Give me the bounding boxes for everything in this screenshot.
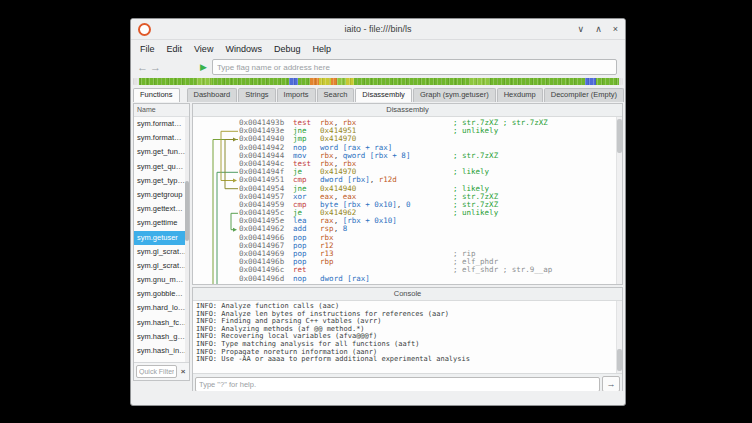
- function-item[interactable]: sym.format…: [134, 117, 189, 131]
- functions-items: sym.format…sym.format…sym.get_fun…sym.ge…: [134, 117, 189, 358]
- function-item[interactable]: sym.hash_in…: [134, 344, 189, 358]
- tab-decompiler-empty[interactable]: Decompiler (Empty): [544, 88, 624, 102]
- colorbar-segment: [337, 78, 347, 85]
- instruction-address: 0x0041496d: [239, 275, 289, 283]
- disassembly-code: 0x0041493btest rbx, rbx; str.7zXZ ; str.…: [193, 117, 622, 283]
- console-scrollbar-thumb[interactable]: [617, 349, 622, 371]
- disassembly-scrollbar-thumb[interactable]: [617, 119, 622, 153]
- menu-item-help[interactable]: Help: [306, 43, 337, 55]
- colorbar-segment: [346, 78, 354, 85]
- menu-item-view[interactable]: View: [188, 43, 219, 55]
- console-lines: INFO: Analyze function calls (aac)INFO: …: [193, 301, 622, 364]
- function-item[interactable]: sym.gl_scrat…: [134, 259, 189, 273]
- send-arrow-icon: →: [607, 379, 616, 389]
- functions-scrollbar[interactable]: [185, 117, 189, 362]
- colorbar-segment: [298, 78, 310, 85]
- instruction-comment: ; str.7zXZ: [453, 152, 622, 160]
- functions-scrollbar-thumb[interactable]: [185, 181, 189, 241]
- function-item[interactable]: sym.get_fun…: [134, 145, 189, 159]
- tab-hexdump[interactable]: Hexdump: [497, 88, 543, 102]
- tab-strings[interactable]: Strings: [238, 88, 275, 102]
- desktop-background: iaito - file:///bin/ls ∨ ∧ × FileEditVie…: [0, 0, 752, 423]
- minimize-icon[interactable]: ∨: [578, 19, 585, 39]
- disassembly-dock: Disassembly 0x0041493btest rbx: [192, 103, 623, 285]
- function-item[interactable]: sym.gettext…: [134, 202, 189, 216]
- console-input[interactable]: [195, 377, 600, 392]
- tab-dashboard[interactable]: Dashboard: [187, 88, 238, 102]
- instruction-comment: [453, 275, 622, 283]
- colorbar-segment: [469, 78, 488, 85]
- function-item[interactable]: sym.gettime: [134, 216, 189, 230]
- function-item[interactable]: sym.getuser: [134, 231, 189, 245]
- disassembly-dock-title[interactable]: Disassembly: [193, 104, 622, 117]
- functions-column-header[interactable]: Name: [134, 104, 189, 117]
- window-title: iaito - file:///bin/ls: [131, 24, 625, 34]
- instruction-comment: ; unlikely: [453, 127, 622, 135]
- console-dock-title[interactable]: Console: [193, 288, 622, 301]
- menu-item-windows[interactable]: Windows: [219, 43, 268, 55]
- instruction-comment: [453, 225, 622, 233]
- console-send-button[interactable]: →: [602, 376, 620, 391]
- tab-graph-sym-getuser[interactable]: Graph (sym.getuser): [413, 88, 496, 102]
- colorbar-segment: [310, 78, 320, 85]
- disassembly-line[interactable]: 0x0041496dnop dword [rax]: [193, 275, 622, 283]
- memory-colorbar[interactable]: [133, 78, 623, 85]
- function-item[interactable]: sym.hash_fc…: [134, 316, 189, 330]
- maximize-icon[interactable]: ∧: [595, 19, 602, 39]
- tab-search[interactable]: Search: [317, 88, 355, 102]
- instruction: nop dword [rax]: [293, 275, 453, 283]
- instruction-comment: ; elf_phdr: [453, 258, 622, 266]
- colorbar-segment: [196, 78, 211, 85]
- function-item[interactable]: sym.hard_lo…: [134, 301, 189, 315]
- quick-filter-row: ×: [134, 362, 189, 380]
- function-item[interactable]: sym.gobble…: [134, 287, 189, 301]
- colorbar-segment: [585, 78, 597, 85]
- instruction-comment: [453, 160, 622, 168]
- instruction-comment: ; str.7zXZ: [453, 201, 622, 209]
- tab-functions[interactable]: Functions: [133, 88, 180, 102]
- title-bar[interactable]: iaito - file:///bin/ls ∨ ∧ ×: [131, 19, 625, 40]
- menu-bar: FileEditViewWindowsDebugHelp: [131, 40, 625, 57]
- function-item[interactable]: sym.get_qu…: [134, 160, 189, 174]
- search-input[interactable]: [212, 59, 617, 75]
- main-tabs: DashboardStringsImportsSearchDisassembly…: [187, 88, 625, 102]
- function-item[interactable]: sym.format…: [134, 131, 189, 145]
- function-item[interactable]: sym.hash_g…: [134, 330, 189, 344]
- colorbar-segment: [212, 78, 289, 85]
- menu-item-edit[interactable]: Edit: [161, 43, 189, 55]
- console-output: INFO: Analyze function calls (aac)INFO: …: [193, 301, 622, 373]
- play-icon[interactable]: ▶: [200, 62, 207, 72]
- disassembly-view[interactable]: 0x0041493btest rbx, rbx; str.7zXZ ; str.…: [193, 117, 622, 284]
- iaito-window: iaito - file:///bin/ls ∨ ∧ × FileEditVie…: [130, 18, 626, 406]
- function-item[interactable]: sym.gnu_m…: [134, 273, 189, 287]
- instruction-comment: [453, 135, 622, 143]
- instruction-comment: [453, 144, 622, 152]
- clear-filter-icon[interactable]: ×: [179, 367, 187, 376]
- instruction-comment: ; elf_shdr ; str.9__ap: [453, 266, 622, 274]
- disassembly-scrollbar[interactable]: [616, 117, 622, 284]
- iaito-logo-icon: [138, 23, 151, 36]
- tab-disassembly[interactable]: Disassembly: [355, 88, 412, 102]
- instruction-comment: ; unlikely: [453, 209, 622, 217]
- quick-filter-input[interactable]: [136, 365, 177, 378]
- menu-item-debug[interactable]: Debug: [268, 43, 307, 55]
- menu-item-file[interactable]: File: [134, 43, 161, 55]
- close-icon[interactable]: ×: [613, 19, 618, 39]
- console-input-row: →: [193, 373, 622, 391]
- console-scrollbar[interactable]: [616, 301, 622, 373]
- toolbar: ← → ▶: [131, 57, 625, 77]
- tab-imports[interactable]: Imports: [277, 88, 316, 102]
- instruction-comment: [453, 176, 622, 184]
- tab-bar: Functions DashboardStringsImportsSearchD…: [131, 86, 625, 102]
- function-item[interactable]: sym.getgroup: [134, 188, 189, 202]
- instruction-comment: ; str.7zXZ ; str.7zXZ: [453, 119, 622, 127]
- instruction-comment: [453, 234, 622, 242]
- function-item[interactable]: sym.gl_scrat…: [134, 245, 189, 259]
- colorbar-segment: [354, 78, 469, 85]
- colorbar-segment: [489, 78, 585, 85]
- colorbar-segment: [596, 78, 619, 85]
- forward-icon[interactable]: →: [149, 62, 162, 73]
- colorbar-segment: [619, 78, 623, 85]
- back-icon[interactable]: ←: [136, 62, 149, 73]
- function-item[interactable]: sym.get_typ…: [134, 174, 189, 188]
